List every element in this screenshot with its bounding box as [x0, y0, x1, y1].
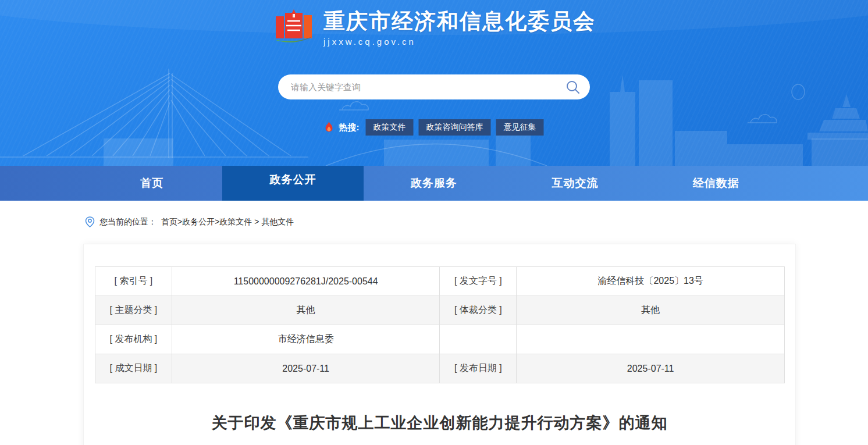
main-nav: 首页 政务公开 政务服务 互动交流 经信数据 [0, 166, 868, 201]
breadcrumb-path[interactable]: 首页>政务公开>政策文件 > 其他文件 [161, 217, 294, 227]
meta-value-written-date: 2025-07-11 [172, 354, 440, 383]
location-pin-icon [85, 216, 95, 227]
site-header: 重庆市经济和信息化委员会 jjxxw.cq.gov.cn 热搜: 政策文件 政策… [0, 0, 868, 166]
site-logo[interactable]: 重庆市经济和信息化委员会 jjxxw.cq.gov.cn [272, 8, 596, 48]
hot-search-opinion-collection[interactable]: 意见征集 [496, 119, 544, 136]
table-row: [ 成文日期 ] 2025-07-11 [ 发布日期 ] 2025-07-11 [95, 354, 785, 383]
search-button[interactable] [565, 80, 581, 95]
meta-label-written-date: [ 成文日期 ] [95, 354, 172, 383]
breadcrumb-prefix: 您当前的位置： [99, 217, 156, 227]
hot-search-policy-files[interactable]: 政策文件 [366, 119, 414, 136]
meta-label-doc-no: [ 发文字号 ] [440, 267, 517, 296]
meta-label-empty [440, 325, 517, 354]
logo-icon [272, 8, 315, 48]
flame-icon [325, 122, 334, 133]
search-input[interactable] [291, 82, 565, 92]
table-row: [ 主题分类 ] 其他 [ 体裁分类 ] 其他 [95, 296, 785, 325]
meta-value-genre-category: 其他 [517, 296, 785, 325]
nav-item-econ-data[interactable]: 经信数据 [646, 166, 787, 201]
nav-item-interaction[interactable]: 互动交流 [504, 166, 645, 201]
nav-item-gov-services[interactable]: 政务服务 [364, 166, 504, 201]
hot-search-label: 热搜: [339, 122, 360, 133]
meta-label-issuing-agency: [ 发布机构 ] [95, 325, 172, 354]
hot-search-row: 热搜: 政策文件 政策咨询问答库 意见征集 [325, 119, 544, 136]
site-url: jjxxw.cq.gov.cn [323, 37, 596, 47]
meta-value-publish-date: 2025-07-11 [517, 354, 785, 383]
search-icon [565, 80, 581, 95]
search-bar [278, 74, 590, 99]
meta-value-issuing-agency: 市经济信息委 [172, 325, 440, 354]
meta-value-doc-no: 渝经信科技〔2025〕13号 [517, 267, 785, 296]
meta-label-genre-category: [ 体裁分类 ] [440, 296, 517, 325]
meta-value-topic-category: 其他 [172, 296, 440, 325]
article-title: 关于印发《重庆市规上工业企业创新能力提升行动方案》的通知 [95, 412, 784, 433]
table-row: [ 索引号 ] 11500000009276281J/2025-00544 [ … [95, 267, 785, 296]
hot-search-qa-library[interactable]: 政策咨询问答库 [419, 119, 491, 136]
breadcrumb: 您当前的位置： 首页>政务公开>政策文件 > 其他文件 [0, 201, 868, 227]
meta-label-topic-category: [ 主题分类 ] [95, 296, 172, 325]
meta-value-empty [517, 325, 785, 354]
table-row: [ 发布机构 ] 市经济信息委 [95, 325, 785, 354]
meta-value-index-no: 11500000009276281J/2025-00544 [172, 267, 440, 296]
meta-label-index-no: [ 索引号 ] [95, 267, 172, 296]
document-meta-table: [ 索引号 ] 11500000009276281J/2025-00544 [ … [95, 266, 785, 383]
site-title: 重庆市经济和信息化委员会 [323, 9, 596, 34]
nav-item-home[interactable]: 首页 [81, 166, 222, 201]
document-card: [ 索引号 ] 11500000009276281J/2025-00544 [ … [83, 244, 796, 445]
meta-label-publish-date: [ 发布日期 ] [440, 354, 517, 383]
